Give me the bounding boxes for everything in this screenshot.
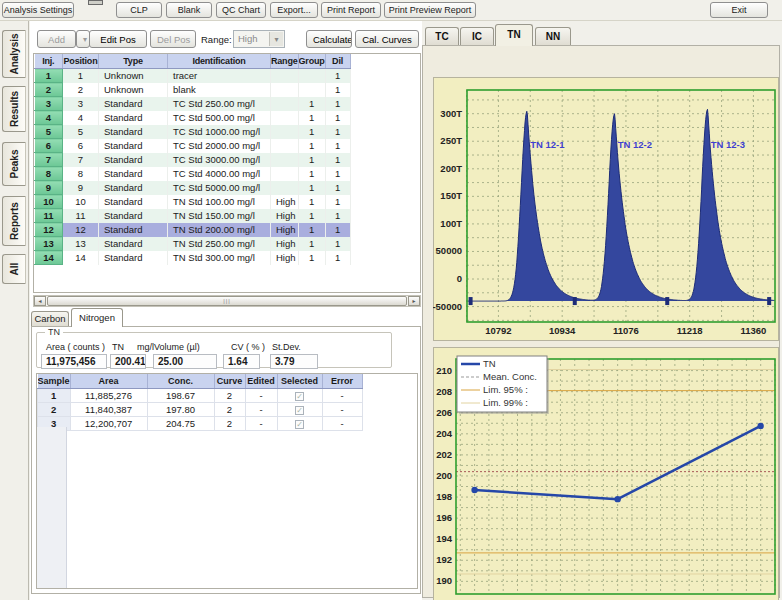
injection-row[interactable]: 55StandardTC Std 1000.00 mg/l11	[35, 125, 351, 139]
chevron-down-icon: ▾	[269, 32, 283, 46]
tab-nitrogen[interactable]: Nitrogen	[71, 308, 123, 327]
y-axis-label: 202	[436, 449, 452, 460]
cv-value: 1.64	[223, 354, 260, 369]
y-axis-label: 210	[436, 365, 452, 376]
injection-header-range[interactable]: Range	[271, 54, 299, 69]
injection-row[interactable]: 44StandardTC Std 500.00 mg/l11	[35, 111, 351, 125]
y-axis-label: 204	[436, 428, 453, 439]
checkbox-checked-icon[interactable]: ✓	[295, 392, 304, 401]
injection-row[interactable]: 1111StandardTN Std 150.00 mg/lHigh11	[35, 209, 351, 223]
baseline-marker	[665, 297, 669, 305]
injection-header-identification[interactable]: Identification	[168, 54, 271, 69]
injection-number-cell: 1	[35, 69, 63, 83]
injection-row[interactable]: 1212StandardTN Std 200.00 mg/lHigh11	[35, 223, 351, 237]
injection-header-group[interactable]: Group	[298, 54, 325, 69]
identification-cell: blank	[168, 83, 271, 97]
type-cell: Standard	[99, 195, 168, 209]
injection-header-dil[interactable]: Dil	[325, 54, 350, 69]
stdev-label: St.Dev.	[272, 342, 301, 352]
calculate-button[interactable]: Calculate	[306, 30, 352, 48]
injection-header-inj[interactable]: Inj.	[35, 54, 63, 69]
checkbox-checked-icon[interactable]: ✓	[295, 420, 304, 429]
injection-row[interactable]: 1313StandardTN Std 250.00 mg/lHigh11	[35, 237, 351, 251]
volume-value: 25.00	[153, 354, 217, 369]
del-pos-button[interactable]: Del Pos	[150, 30, 196, 48]
add-dropdown-arrow-icon[interactable]: ▾	[76, 30, 90, 48]
sample-edited-cell: -	[245, 389, 277, 403]
range-cell	[271, 83, 299, 97]
clp-button[interactable]: CLP	[116, 2, 162, 18]
group-cell: 1	[298, 209, 325, 223]
range-label: Range:	[201, 34, 232, 45]
top-toolbar: Analysis Settings CLP Blank QC Chart Exp…	[0, 0, 782, 21]
tab-ic[interactable]: IC	[460, 27, 494, 46]
injection-row[interactable]: 1414StandardTN Std 300.00 mg/lHigh11	[35, 251, 351, 265]
tab-tn[interactable]: TN	[495, 24, 533, 46]
identification-cell: TN Std 150.00 mg/l	[168, 209, 271, 223]
injection-number-cell: 14	[35, 251, 63, 265]
injection-row[interactable]: 88StandardTC Std 4000.00 mg/l11	[35, 167, 351, 181]
side-tab-analysis[interactable]: Analysis	[2, 30, 26, 78]
group-cell: 1	[298, 223, 325, 237]
scroll-left-icon[interactable]: ◄	[34, 296, 46, 306]
sample-header-error[interactable]: Error	[322, 374, 362, 389]
side-tab-peaks[interactable]: Peaks	[2, 142, 26, 186]
tab-nn[interactable]: NN	[535, 27, 571, 46]
checkbox-checked-icon[interactable]: ✓	[295, 406, 304, 415]
data-point	[471, 487, 477, 493]
injection-row[interactable]: 1010StandardTN Std 100.00 mg/lHigh11	[35, 195, 351, 209]
side-tab-all[interactable]: All	[2, 254, 26, 284]
sample-header-selected[interactable]: Selected	[277, 374, 322, 389]
side-tab-all-label: All	[9, 263, 20, 276]
scroll-right-icon[interactable]: ►	[408, 296, 420, 306]
edit-pos-button[interactable]: Edit Pos	[89, 30, 147, 48]
analysis-settings-button[interactable]: Analysis Settings	[2, 2, 74, 18]
sample-header-area[interactable]: Area	[70, 374, 147, 389]
injection-row[interactable]: 99StandardTC Std 5000.00 mg/l11	[35, 181, 351, 195]
cal-curves-button[interactable]: Cal. Curves	[355, 30, 419, 48]
horizontal-scrollbar[interactable]: ◄ ||| ►	[33, 295, 421, 307]
qc-chart-button[interactable]: QC Chart	[216, 2, 266, 18]
side-tab-reports[interactable]: Reports	[2, 196, 26, 246]
area-counts-value: 11,975,456	[41, 354, 107, 369]
tab-tc[interactable]: TC	[425, 27, 459, 46]
sample-row[interactable]: 211,840,387197.802-✓-	[38, 403, 363, 417]
range-select[interactable]: High ▾	[233, 30, 285, 48]
side-tab-results[interactable]: Results	[2, 86, 26, 132]
sample-area-cell: 12,200,707	[70, 417, 147, 431]
blank-button[interactable]: Blank	[166, 2, 212, 18]
print-report-button[interactable]: Print Report	[321, 2, 381, 18]
exit-button[interactable]: Exit	[710, 2, 768, 18]
injection-row[interactable]: 77StandardTC Std 3000.00 mg/l11	[35, 153, 351, 167]
injection-row[interactable]: 22Unknownblank1	[35, 83, 351, 97]
sample-table-container: SampleAreaConc.CurveEditedSelectedError …	[36, 373, 418, 589]
y-axis-label: 198	[436, 491, 452, 502]
sample-header-sample[interactable]: Sample	[38, 374, 71, 389]
injection-header-type[interactable]: Type	[99, 54, 168, 69]
sample-row[interactable]: 312,200,707204.752-✓-	[38, 417, 363, 431]
injection-row[interactable]: 66StandardTC Std 2000.00 mg/l11	[35, 139, 351, 153]
add-button[interactable]: Add	[37, 30, 76, 48]
injection-number-cell: 3	[35, 97, 63, 111]
legend-entry-label: Mean. Conc.	[483, 371, 537, 382]
sample-header-curve[interactable]: Curve	[214, 374, 245, 389]
y-axis-label: 250T	[440, 135, 462, 146]
injection-row[interactable]: 11Unknowntracer1	[35, 69, 351, 83]
scrollbar-thumb[interactable]: |||	[47, 296, 407, 306]
group-cell: 1	[298, 167, 325, 181]
export-button[interactable]: Export...	[270, 2, 318, 18]
identification-cell: TC Std 1000.00 mg/l	[168, 125, 271, 139]
y-axis-label: 206	[436, 407, 452, 418]
range-cell	[271, 167, 299, 181]
dil-cell: 1	[325, 83, 350, 97]
tab-carbon[interactable]: Carbon	[31, 311, 69, 327]
sample-row[interactable]: 111,885,276198.672-✓-	[38, 389, 363, 403]
sample-header-edited[interactable]: Edited	[245, 374, 277, 389]
dil-cell: 1	[325, 69, 350, 83]
injection-row[interactable]: 33StandardTC Std 250.00 mg/l11	[35, 97, 351, 111]
sample-header-conc[interactable]: Conc.	[147, 374, 214, 389]
injection-header-position[interactable]: Position	[63, 54, 99, 69]
type-cell: Standard	[99, 223, 168, 237]
print-preview-report-button[interactable]: Print Preview Report	[384, 2, 476, 18]
sample-number-cell: 2	[38, 403, 71, 417]
